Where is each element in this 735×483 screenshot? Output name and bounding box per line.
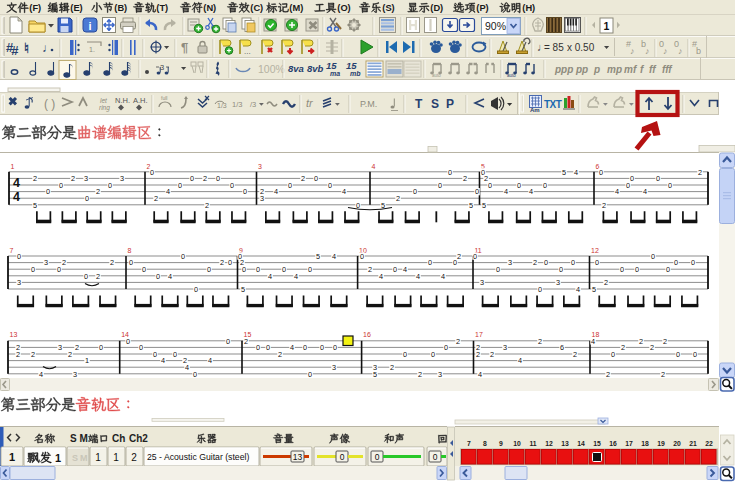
svg-text:0: 0 (496, 265, 500, 274)
svg-text:21: 21 (689, 440, 697, 447)
svg-text:0: 0 (242, 265, 246, 274)
svg-text:2: 2 (650, 343, 654, 352)
svg-text:0: 0 (193, 370, 197, 379)
svg-text:3: 3 (58, 343, 62, 352)
svg-text:2: 2 (131, 452, 137, 463)
svg-text:0: 0 (256, 343, 260, 352)
svg-text:3: 3 (17, 278, 21, 287)
svg-text:16: 16 (363, 331, 371, 338)
svg-text:3: 3 (332, 363, 336, 372)
svg-text:0: 0 (156, 272, 160, 281)
svg-text:18: 18 (641, 440, 649, 447)
svg-text:0: 0 (181, 252, 185, 261)
svg-text:3: 3 (508, 258, 512, 267)
svg-text:1/3: 1/3 (232, 100, 242, 109)
svg-text:fff: fff (662, 64, 673, 75)
svg-text:0: 0 (473, 252, 477, 261)
svg-text:17: 17 (625, 440, 633, 447)
svg-text:0: 0 (320, 343, 324, 352)
svg-text:P: P (446, 97, 454, 111)
svg-text:2: 2 (71, 174, 75, 183)
svg-text:0: 0 (571, 258, 575, 267)
svg-text:0: 0 (216, 174, 220, 183)
svg-text:4: 4 (290, 343, 294, 352)
svg-text:0: 0 (108, 181, 112, 190)
svg-text:4: 4 (379, 272, 383, 281)
svg-text:4: 4 (441, 272, 445, 281)
svg-text:Ch2: Ch2 (129, 433, 148, 444)
svg-text:0: 0 (444, 343, 448, 352)
svg-text:8vb: 8vb (307, 63, 324, 74)
svg-text:0: 0 (360, 252, 364, 261)
svg-text:0: 0 (651, 252, 655, 261)
svg-text:0: 0 (543, 181, 547, 190)
svg-text:2: 2 (602, 201, 606, 210)
svg-text:let: let (100, 97, 108, 104)
svg-text:2: 2 (661, 370, 665, 379)
svg-text:0: 0 (433, 452, 438, 462)
svg-text:5: 5 (33, 201, 37, 210)
svg-text:3: 3 (556, 278, 560, 287)
svg-text:3: 3 (260, 194, 264, 203)
svg-text:0: 0 (611, 350, 615, 359)
svg-text:(T): (T) (156, 3, 168, 13)
svg-text:0: 0 (99, 343, 103, 352)
svg-text:4: 4 (403, 265, 407, 274)
svg-text:2: 2 (96, 187, 100, 196)
svg-text:( ): ( ) (44, 97, 55, 111)
svg-text:17: 17 (475, 331, 483, 338)
svg-text:0: 0 (282, 265, 286, 274)
svg-text:2: 2 (533, 258, 537, 267)
svg-text:2: 2 (573, 350, 577, 359)
svg-text:0: 0 (266, 343, 270, 352)
svg-text:0: 0 (413, 187, 417, 196)
svg-text:auto: auto (507, 73, 516, 78)
svg-text:(M): (M) (289, 3, 303, 13)
svg-text:2: 2 (621, 343, 625, 352)
svg-text:♪: ♪ (645, 46, 650, 56)
svg-text:0: 0 (668, 181, 672, 190)
svg-text:0: 0 (488, 181, 492, 190)
svg-text:0: 0 (340, 452, 345, 462)
svg-text:4: 4 (208, 356, 212, 365)
svg-text:5: 5 (316, 252, 320, 261)
svg-text:2: 2 (154, 194, 158, 203)
svg-text:/3: /3 (250, 100, 256, 109)
svg-text:0: 0 (559, 265, 563, 274)
svg-text:0: 0 (314, 174, 318, 183)
svg-text:A.H.: A.H. (133, 96, 148, 105)
svg-text:0: 0 (303, 343, 307, 352)
svg-text:0: 0 (428, 258, 432, 267)
svg-text:22: 22 (705, 440, 713, 447)
svg-text:4: 4 (478, 370, 482, 379)
svg-text:14: 14 (577, 440, 585, 447)
svg-text:2: 2 (110, 258, 114, 267)
svg-text:3: 3 (480, 278, 484, 287)
svg-text:4: 4 (643, 187, 647, 196)
svg-text:4: 4 (294, 272, 298, 281)
svg-text:(S): (S) (382, 3, 394, 13)
svg-text:♮: ♮ (24, 40, 29, 56)
svg-text:0: 0 (85, 194, 89, 203)
svg-text:3: 3 (84, 174, 88, 183)
svg-text:1: 1 (113, 452, 119, 463)
svg-text:2: 2 (639, 337, 643, 346)
svg-text:3: 3 (503, 343, 507, 352)
svg-text:2: 2 (68, 350, 72, 359)
svg-text:0: 0 (142, 265, 146, 274)
svg-text:N.H.: N.H. (115, 96, 130, 105)
svg-text:0: 0 (126, 337, 130, 346)
svg-text:11: 11 (529, 440, 536, 447)
svg-text:♩: ♩ (42, 41, 54, 55)
svg-text:0: 0 (129, 258, 133, 267)
svg-text:0: 0 (288, 181, 292, 190)
svg-text:0: 0 (431, 350, 435, 359)
svg-text:(C): (C) (250, 3, 263, 13)
svg-text:0: 0 (674, 258, 678, 267)
svg-text:(H): (H) (522, 3, 535, 13)
svg-text:2: 2 (220, 258, 224, 267)
svg-text:0: 0 (630, 174, 634, 183)
svg-text:S M: S M (70, 433, 88, 444)
svg-text:T: T (415, 97, 423, 111)
svg-text:0: 0 (356, 201, 360, 210)
